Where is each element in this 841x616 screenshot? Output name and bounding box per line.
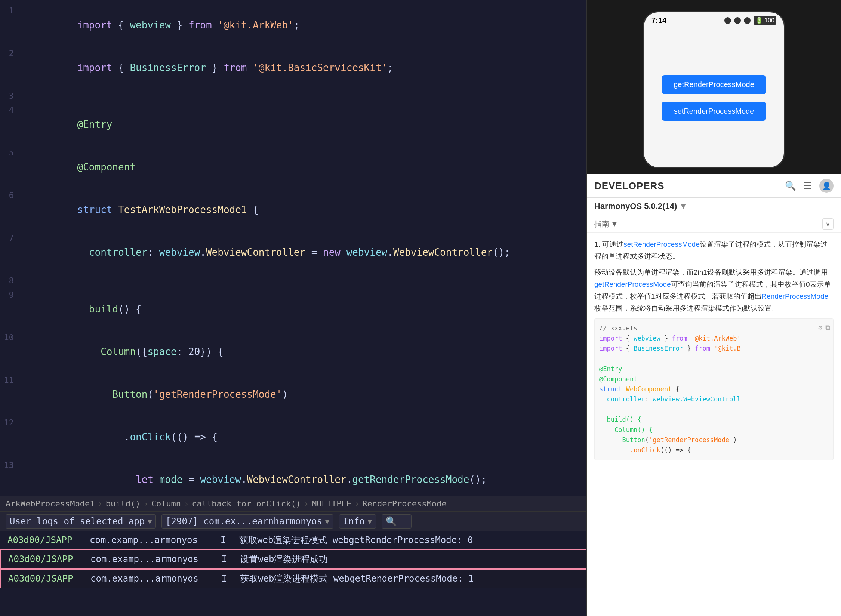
get-render-process-mode-link[interactable]: getRenderProcessMode — [594, 280, 671, 288]
code-line: 11 Button('getRenderProcessMode') — [0, 373, 586, 416]
log-row-highlighted: A03d00/JSAPP com.examp...armonyos I 获取we… — [0, 569, 586, 588]
docs-code-block: ⚙ ⧉ // xxx.ets import { webview } from '… — [594, 318, 834, 460]
code-line: Button('getRenderProcessMode') — [599, 435, 829, 445]
line-number: 1 — [0, 4, 17, 18]
breadcrumb-separator: › — [98, 499, 102, 508]
nav-item-guide[interactable]: 指南 ▼ — [594, 219, 618, 229]
set-render-process-mode-link[interactable]: setRenderProcessMode — [623, 240, 700, 248]
line-number: 8 — [0, 274, 17, 288]
log-level: I — [221, 573, 240, 584]
code-line: Column() { — [599, 425, 829, 435]
menu-icon[interactable]: ☰ — [804, 181, 812, 191]
log-level: I — [221, 535, 239, 545]
code-text: @Entry — [19, 103, 583, 146]
line-number: 9 — [0, 288, 17, 302]
code-comment: // xxx.ets — [599, 323, 829, 333]
phone-icons: 🔋 100 — [724, 16, 776, 25]
search-icon[interactable]: 🔍 — [785, 181, 796, 191]
app-dropdown[interactable]: [2907] com.ex...earnharmonyos ▼ — [161, 514, 333, 529]
docs-content: 1. 可通过setRenderProcessMode设置渲染子进程的模式，从而控… — [587, 233, 841, 616]
right-panel: 7:14 🔋 100 getRenderProcessMode setRende… — [587, 0, 841, 616]
code-line: import { webview } from '@kit.ArkWeb' — [599, 333, 829, 344]
code-line: @Component — [599, 374, 829, 384]
render-process-mode-link[interactable]: RenderProcessMode — [762, 292, 828, 300]
docs-panel: DEVELOPERS 🔍 ☰ 👤 HarmonyOS 5.0.2(14) ▼ 指… — [587, 174, 841, 616]
bottom-panel: User logs of selected app ▼ [2907] com.e… — [0, 511, 586, 616]
code-text: struct TestArkWebProcessMode1 { — [19, 188, 583, 231]
phone-simulator: 7:14 🔋 100 getRenderProcessMode setRende… — [643, 11, 785, 168]
breadcrumb-item: MULTIPLE — [312, 499, 351, 508]
log-level: I — [221, 554, 240, 564]
breadcrumb-item: RenderProcessMode — [362, 499, 446, 508]
breadcrumb: ArkWebProcessMode1 › build() › Column › … — [0, 496, 586, 511]
docs-version-bar: HarmonyOS 5.0.2(14) ▼ — [587, 198, 841, 215]
log-package: com.examp...armonyos — [90, 573, 221, 584]
code-text: import { webview } from '@kit.ArkWeb'; — [19, 4, 583, 46]
code-line: 9 build() { — [0, 288, 586, 330]
code-line: controller: webview.WebviewControll — [599, 394, 829, 404]
dropdown-arrow-icon: ▼ — [368, 518, 372, 526]
line-number: 13 — [0, 458, 17, 472]
log-level-dropdown[interactable]: Info ▼ — [339, 514, 376, 529]
log-package: com.examp...armonyos — [90, 535, 221, 545]
code-text: Button('getRenderProcessMode') — [19, 373, 583, 416]
code-line: 6 struct TestArkWebProcessMode1 { — [0, 188, 586, 231]
docs-paragraph: 移动设备默认为单进程渲染，而2in1设备则默认采用多进程渲染。通过调用getRe… — [594, 267, 834, 315]
line-number: 7 — [0, 231, 17, 245]
docs-paragraph: 1. 可通过setRenderProcessMode设置渲染子进程的模式，从而控… — [594, 238, 834, 263]
code-text: let mode = webview.WebviewController.get… — [19, 458, 583, 496]
docs-code-actions: ⚙ ⧉ — [818, 322, 830, 333]
log-rows: A03d00/JSAPP com.examp...armonyos I 获取we… — [0, 531, 586, 616]
code-line: 7 controller: webview.WebviewController … — [0, 231, 586, 274]
get-render-process-mode-button[interactable]: getRenderProcessMode — [662, 75, 766, 94]
breadcrumb-separator: › — [143, 499, 148, 508]
phone-time: 7:14 — [651, 16, 666, 25]
log-row-highlighted: A03d00/JSAPP com.examp...armonyos I 设置we… — [0, 549, 586, 569]
code-line: import { BusinessError } from '@kit.B — [599, 344, 829, 354]
docs-version: HarmonyOS 5.0.2(14) ▼ — [594, 201, 687, 211]
settings-icon[interactable]: ⚙ — [818, 322, 822, 333]
breadcrumb-item: ArkWebProcessMode1 — [6, 499, 95, 508]
log-row: A03d00/JSAPP com.examp...armonyos I 获取we… — [0, 531, 586, 549]
breadcrumb-item: build() — [106, 499, 141, 508]
code-line: 1 import { webview } from '@kit.ArkWeb'; — [0, 4, 586, 46]
phone-screen: getRenderProcessMode setRenderProcessMod… — [644, 28, 784, 167]
code-line: 4 @Entry — [0, 103, 586, 146]
docs-nav-bar: 指南 ▼ ∨ — [587, 215, 841, 233]
version-arrow-icon: ▼ — [679, 201, 687, 211]
code-text: Column({space: 20}) { — [19, 330, 583, 373]
code-text: .onClick(() => { — [19, 416, 583, 458]
code-line: .onClick(() => { — [599, 445, 829, 455]
dropdown-arrow-icon: ▼ — [148, 518, 152, 526]
avatar[interactable]: 👤 — [819, 179, 834, 193]
code-text — [19, 274, 583, 288]
phone-dots — [724, 17, 751, 24]
code-line: 5 @Component — [0, 146, 586, 188]
set-render-process-mode-button[interactable]: setRenderProcessMode — [662, 102, 766, 121]
log-tag: A03d00/JSAPP — [8, 573, 90, 584]
log-message: 设置web渲染进程成功 — [240, 553, 578, 565]
docs-header-icons: 🔍 ☰ 👤 — [785, 179, 834, 193]
code-content: 1 import { webview } from '@kit.ArkWeb';… — [0, 0, 586, 496]
user-logs-dropdown[interactable]: User logs of selected app ▼ — [6, 514, 156, 529]
user-logs-label: User logs of selected app — [10, 516, 145, 527]
code-line: 12 .onClick(() => { — [0, 416, 586, 458]
docs-title: DEVELOPERS — [594, 180, 665, 192]
watermark: CSDN @ChinaDragonDreamer — [723, 603, 837, 612]
copy-icon[interactable]: ⧉ — [825, 322, 830, 333]
expand-button[interactable]: ∨ — [822, 218, 834, 230]
log-search-input[interactable]: 🔍 — [382, 514, 412, 529]
code-text: import { BusinessError } from '@kit.Basi… — [19, 46, 583, 89]
code-line: struct WebComponent { — [599, 384, 829, 394]
phone-status-bar: 7:14 🔋 100 — [644, 12, 784, 28]
code-line — [599, 354, 829, 364]
breadcrumb-item: callback for onClick() — [192, 499, 301, 508]
code-text: build() { — [19, 288, 583, 330]
log-level-label: Info — [343, 516, 365, 527]
code-line: 3 — [0, 89, 586, 103]
nav-guide-label: 指南 — [594, 219, 609, 229]
breadcrumb-separator: › — [184, 499, 189, 508]
log-tag: A03d00/JSAPP — [8, 554, 90, 564]
code-text — [19, 89, 583, 103]
version-label: HarmonyOS 5.0.2(14) — [594, 201, 677, 211]
